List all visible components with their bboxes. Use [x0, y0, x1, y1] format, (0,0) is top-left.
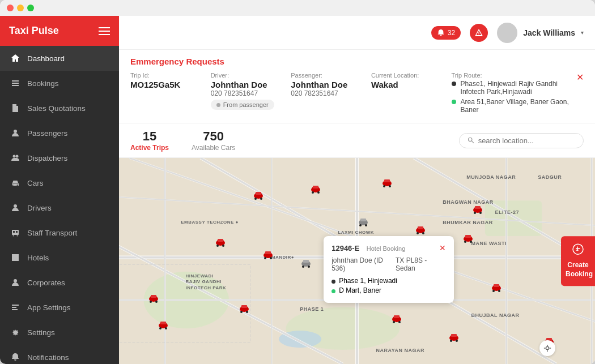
user-name: Jack Williams — [523, 28, 575, 37]
map-container[interactable]: MUNJOBA NAGAR SADGUR BHAGWAN NAGAR BHUMK… — [119, 158, 595, 364]
available-cars-stat: 750 Available Cars — [192, 129, 235, 152]
car-marker-6[interactable] — [471, 203, 484, 216]
passenger-label: Passenger: — [291, 72, 371, 79]
popup-route: Phase 1, Hinjewadi D Mart, Baner — [332, 277, 446, 294]
notification-bell[interactable]: 32 — [431, 26, 461, 40]
close-emergency[interactable]: ✕ — [572, 72, 584, 83]
svg-rect-138 — [494, 284, 499, 287]
search-input[interactable] — [478, 136, 575, 145]
route-label: Trip Route: — [452, 72, 572, 79]
minimize-dot[interactable] — [17, 5, 24, 11]
car-marker-gray2[interactable] — [300, 257, 312, 269]
sidebar-label-notifications: Notifications — [27, 353, 69, 362]
car-marker-12[interactable] — [238, 302, 250, 315]
popup-close-button[interactable]: ✕ — [439, 243, 446, 252]
sidebar-item-settings[interactable]: Settings — [0, 320, 119, 345]
user-dropdown-chevron: ▾ — [581, 29, 584, 36]
svg-rect-154 — [577, 246, 578, 251]
sidebar-label-dashboard: Dashboard — [27, 54, 65, 63]
create-booking-button[interactable]: Create Booking — [561, 236, 595, 286]
corporate-icon — [10, 277, 20, 288]
svg-point-70 — [365, 224, 367, 226]
car-marker-17[interactable] — [448, 331, 460, 344]
svg-point-145 — [456, 340, 458, 342]
from-passenger-badge: From passenger — [211, 100, 274, 110]
svg-point-100 — [308, 265, 310, 268]
car-marker-gray[interactable] — [357, 216, 369, 228]
hamburger-menu[interactable] — [99, 27, 110, 35]
emergency-title: Emmergency Requests — [130, 57, 584, 66]
sidebar-item-bookings[interactable]: Bookings — [0, 71, 119, 96]
route-from-dot — [452, 82, 456, 86]
svg-point-60 — [389, 185, 391, 187]
sidebar-item-cars[interactable]: Cars — [0, 170, 119, 195]
create-booking-label: Create Booking — [566, 262, 593, 279]
svg-rect-58 — [384, 179, 390, 182]
svg-point-115 — [155, 301, 158, 303]
svg-point-89 — [216, 245, 219, 247]
map-label-embassy: Embassy TechZone ● — [181, 220, 239, 225]
gear-icon — [10, 327, 20, 337]
sidebar-logo: Taxi Pulse — [0, 16, 119, 46]
location-button[interactable] — [539, 340, 555, 356]
sidebar-item-drivers[interactable]: Drivers — [0, 195, 119, 220]
map-label-phase1: PHASE 1 — [300, 306, 324, 312]
alert-button[interactable] — [470, 24, 488, 42]
car-marker-8[interactable] — [262, 249, 274, 261]
car-marker-3[interactable] — [252, 189, 265, 202]
available-cars-count: 750 — [192, 129, 235, 144]
svg-rect-14 — [12, 254, 19, 255]
car-marker-2[interactable] — [381, 177, 393, 189]
svg-line-20 — [471, 141, 474, 143]
content-area: Emmergency Requests Trip Id: MO125Ga5K D… — [119, 50, 595, 364]
svg-point-5 — [16, 155, 19, 158]
car-marker-1[interactable] — [309, 183, 322, 195]
sidebar-item-app-settings[interactable]: App Settings — [0, 295, 119, 320]
map-label-munjoba: MUNJOBA NAGAR — [466, 174, 516, 180]
svg-point-74 — [416, 232, 419, 234]
driver-phone: 020 782351647 — [211, 89, 291, 97]
search-box[interactable] — [459, 133, 584, 148]
svg-rect-63 — [256, 192, 261, 195]
close-icon[interactable]: ✕ — [576, 72, 584, 82]
location-value: Wakad — [371, 80, 452, 89]
sidebar-item-staff-transport[interactable]: Staff Transport — [0, 220, 119, 245]
close-dot[interactable] — [7, 5, 14, 11]
sidebar-label-hotels: Hotels — [27, 254, 49, 262]
sidebar-item-dashboard[interactable]: Dashboard — [0, 46, 119, 71]
trip-id-field: Trip Id: MO125Ga5K — [130, 72, 211, 89]
user-menu[interactable]: Jack Williams ▾ — [497, 23, 584, 43]
sidebar-item-hotels[interactable]: Hotels — [0, 245, 119, 270]
map-label-mandir: Mandir● — [271, 255, 294, 260]
car-marker-5[interactable] — [462, 232, 474, 245]
car-marker-13[interactable] — [157, 319, 169, 331]
svg-point-94 — [264, 257, 266, 259]
car-marker-7[interactable] — [214, 236, 227, 249]
svg-rect-73 — [418, 226, 423, 229]
car-marker-14[interactable] — [390, 312, 403, 325]
sidebar-item-dispatchers[interactable]: Dispatchers — [0, 145, 119, 170]
car-marker-4[interactable] — [414, 224, 427, 236]
maximize-dot[interactable] — [27, 5, 34, 11]
sidebar-item-corporates[interactable]: Corporates — [0, 270, 119, 295]
svg-point-3 — [14, 130, 17, 133]
sidebar-item-sales[interactable]: Sales Quotations — [0, 96, 119, 121]
bell-icon — [10, 352, 20, 362]
svg-point-19 — [469, 138, 472, 141]
svg-point-65 — [260, 198, 262, 200]
car-marker-16[interactable] — [490, 281, 503, 294]
from-dot — [216, 103, 220, 107]
trip-id-value: MO125Ga5K — [130, 80, 211, 89]
trip-id-label: Trip Id: — [130, 72, 211, 79]
sidebar-item-passengers[interactable]: Passengers — [0, 121, 119, 145]
sidebar-item-notifications[interactable]: Notifications — [0, 345, 119, 364]
route-field: Trip Route: Phase1, Hinjewadi Rajiv Gand… — [452, 72, 572, 116]
sidebar-label-drivers: Drivers — [27, 204, 52, 212]
car-marker-11[interactable] — [147, 292, 160, 305]
svg-point-6 — [14, 204, 17, 208]
svg-rect-1 — [12, 83, 19, 84]
svg-point-140 — [498, 290, 500, 292]
svg-rect-98 — [303, 260, 309, 263]
location-label: Current Location: — [371, 72, 452, 79]
svg-point-120 — [246, 311, 248, 313]
